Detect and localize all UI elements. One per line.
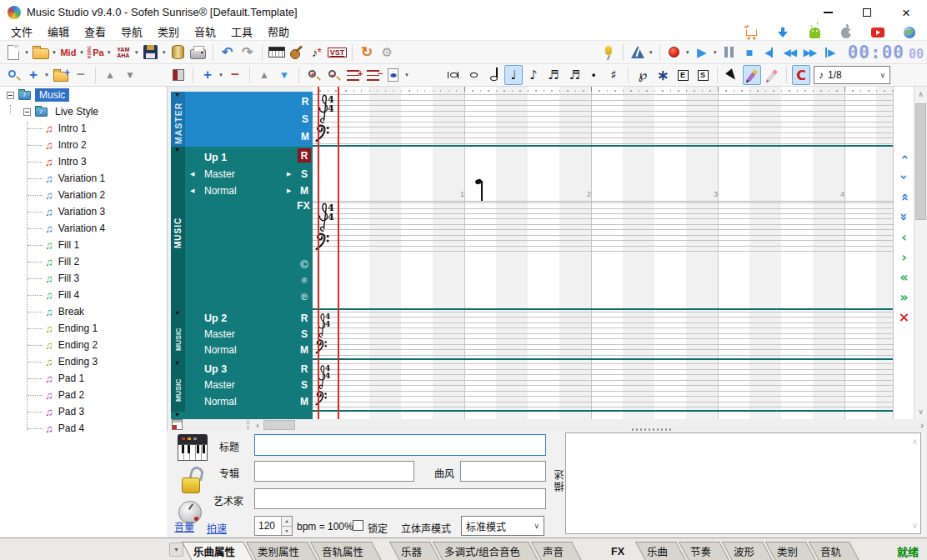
- apple-button[interactable]: [839, 26, 854, 39]
- tree-root[interactable]: Music: [0, 87, 167, 103]
- add-folder-button[interactable]: [52, 65, 70, 85]
- mute-toggle[interactable]: M: [298, 344, 310, 356]
- note-sixteenth-button[interactable]: ♬: [544, 65, 563, 85]
- chevron-down-icon[interactable]: ▼: [79, 50, 84, 55]
- tree-item[interactable]: ♫Fill 1: [0, 237, 167, 253]
- note-eighth-button[interactable]: ♪: [524, 65, 543, 85]
- menu-item-工具[interactable]: 工具: [223, 25, 260, 40]
- tree-item[interactable]: ♫Variation 4: [0, 220, 167, 237]
- solo-toggle[interactable]: S: [298, 379, 310, 391]
- vertical-scrollbar[interactable]: ∧ ∨: [914, 87, 927, 419]
- menu-item-音轨[interactable]: 音轨: [187, 25, 223, 40]
- record-toggle[interactable]: R: [298, 363, 310, 375]
- add-category-button[interactable]: +: [24, 65, 43, 85]
- mute-toggle[interactable]: M: [299, 131, 311, 142]
- stereo-mode-select[interactable]: 标准模式 ∨: [461, 516, 544, 536]
- snap-magnet-button[interactable]: C: [792, 65, 810, 85]
- tab-乐曲[interactable]: 乐曲: [640, 542, 681, 560]
- splitter-grip[interactable]: [247, 421, 249, 429]
- music-strip[interactable]: ▼ MUSIC: [171, 360, 185, 412]
- nav-page-up-button[interactable]: »: [894, 187, 914, 207]
- tree-item[interactable]: ♫Pad 4: [0, 420, 167, 437]
- chevron-down-icon[interactable]: ▼: [649, 50, 654, 55]
- menu-item-帮助[interactable]: 帮助: [260, 25, 297, 40]
- arrow-right-icon[interactable]: ▶: [287, 171, 291, 178]
- tree-group-label[interactable]: Live Style: [52, 105, 102, 118]
- registered-badge[interactable]: ®: [298, 277, 311, 285]
- arrow-right-icon[interactable]: ▶: [287, 188, 291, 194]
- collapse-toggle-icon[interactable]: [7, 92, 14, 99]
- maximize-button[interactable]: [852, 3, 882, 22]
- import-korg-pa-button[interactable]: KORGPa: [87, 42, 105, 62]
- description-textarea[interactable]: ∧ ∨: [565, 432, 921, 534]
- track-source[interactable]: Master: [204, 379, 235, 391]
- tree-item[interactable]: ♫Fill 3: [0, 270, 167, 287]
- virtual-guitar-button[interactable]: [288, 42, 306, 62]
- sharp-button[interactable]: ♯: [604, 65, 623, 85]
- unlock-icon[interactable]: [182, 467, 205, 498]
- master-track-header[interactable]: ▼ MASTER R S M: [171, 92, 313, 147]
- tree-item[interactable]: ♫Intro 1: [0, 120, 167, 137]
- artist-input[interactable]: [254, 488, 546, 509]
- scroll-up-icon[interactable]: ∧: [912, 437, 918, 446]
- import-yamaha-button[interactable]: YAMAHA: [114, 42, 133, 62]
- tree-root-label[interactable]: Music: [35, 88, 69, 102]
- scrollbar-thumb[interactable]: [263, 420, 295, 430]
- scroll-right-icon[interactable]: ›: [917, 419, 927, 431]
- chevron-down-icon[interactable]: ▼: [218, 72, 223, 78]
- tree-item[interactable]: ♫Ending 2: [0, 337, 167, 353]
- stop-button[interactable]: ■: [740, 42, 759, 62]
- nav-close-button[interactable]: ×: [894, 307, 914, 327]
- note-whole-button[interactable]: [464, 65, 483, 85]
- chevron-down-icon[interactable]: ▼: [44, 72, 49, 78]
- tab-list-dropdown[interactable]: ▼: [169, 542, 183, 557]
- mute-toggle[interactable]: M: [298, 185, 310, 197]
- copyright-badge[interactable]: ©: [298, 258, 311, 271]
- step-back-button[interactable]: ◀: [760, 42, 779, 62]
- scroll-left-icon[interactable]: ‹: [253, 419, 263, 431]
- rewind-button[interactable]: ◀◀: [780, 42, 799, 62]
- record-toggle-active[interactable]: R: [298, 148, 311, 162]
- save-button[interactable]: [142, 42, 160, 62]
- tree-item[interactable]: ♫Fill 2: [0, 253, 167, 270]
- remove-track-button[interactable]: −: [226, 65, 244, 85]
- track-name[interactable]: Up 3: [204, 363, 227, 375]
- chevron-down-icon[interactable]: ▼: [107, 50, 112, 55]
- tree-item[interactable]: ♫Variation 2: [0, 187, 167, 203]
- remove-category-button[interactable]: −: [72, 65, 90, 85]
- timeline-ruler[interactable]: [313, 87, 893, 92]
- menu-item-编辑[interactable]: 编辑: [40, 25, 77, 40]
- nav-scroll-up-button[interactable]: ›: [894, 147, 914, 167]
- tree-item[interactable]: ♫Fill 4: [0, 287, 167, 303]
- android-button[interactable]: [807, 26, 822, 39]
- vst-button[interactable]: VST: [328, 42, 348, 62]
- tab-类别属性[interactable]: 类别属性: [251, 542, 313, 560]
- note-quarter-button[interactable]: ♩: [504, 65, 523, 85]
- fast-forward-button[interactable]: ▶▶: [800, 42, 819, 62]
- chevron-down-icon[interactable]: ▼: [685, 50, 690, 55]
- chevron-down-icon[interactable]: ▼: [404, 72, 409, 78]
- album-input[interactable]: [254, 461, 414, 482]
- download-button[interactable]: [775, 26, 790, 39]
- track-source[interactable]: Master: [204, 328, 235, 340]
- virtual-piano-button[interactable]: [268, 42, 286, 62]
- microphone-button[interactable]: [599, 42, 618, 62]
- collapse-triangle-icon[interactable]: ▼: [174, 360, 180, 366]
- tree-item[interactable]: ♫Pad 3: [0, 403, 167, 420]
- metronome-button[interactable]: [629, 42, 647, 62]
- dot-button[interactable]: •: [584, 65, 603, 85]
- tab-音轨属性[interactable]: 音轨属性: [315, 542, 377, 560]
- genre-input[interactable]: [460, 461, 546, 482]
- step-forward-button[interactable]: ▶: [820, 42, 839, 62]
- tab-节奏[interactable]: 节奏: [684, 542, 724, 560]
- chevron-down-icon[interactable]: ▼: [162, 50, 167, 55]
- move-up-button[interactable]: ▲: [101, 65, 119, 85]
- lock-checkbox[interactable]: [353, 520, 363, 531]
- sustain-button[interactable]: S: [694, 65, 712, 85]
- export-button[interactable]: [169, 42, 188, 62]
- scrollbar-thumb[interactable]: [915, 103, 926, 220]
- track-mode[interactable]: Normal: [204, 396, 237, 408]
- record-toggle[interactable]: R: [298, 312, 310, 324]
- arrow-left-icon[interactable]: ◀: [190, 188, 194, 194]
- music-strip[interactable]: ▼ MUSIC: [171, 310, 185, 360]
